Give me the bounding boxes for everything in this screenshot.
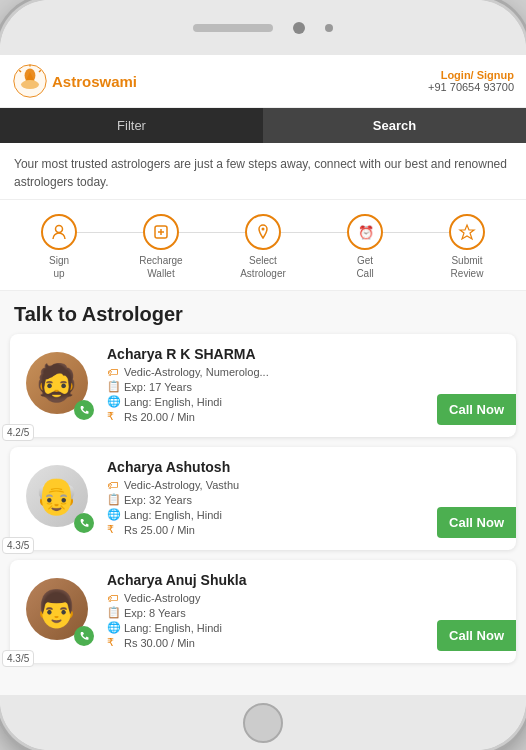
specialty-icon-1: 🏷 [107,479,119,491]
exp-row-0: 📋 Exp: 17 Years [107,380,504,393]
phone-top-bar [0,0,526,55]
rupee-icon-2: ₹ [107,636,119,649]
svg-point-11 [262,228,265,231]
logo-icon [12,63,48,99]
lang-1: Lang: English, Hindi [124,509,222,521]
price-1: Rs 25.00 / Min [124,524,195,536]
main-content: Your most trusted astrologers are just a… [0,143,526,695]
camera [293,22,305,34]
app-header: Astroswami Login/ Signup +91 70654 93700 [0,55,526,108]
lang-2: Lang: English, Hindi [124,622,222,634]
call-now-button-1[interactable]: Call Now [437,507,516,538]
step-select-label: SelectAstrologer [240,254,286,280]
call-badge-1 [74,513,94,533]
steps-row: Signup RechargeWallet SelectAstrologer [8,214,518,280]
phone-screen: Astroswami Login/ Signup +91 70654 93700… [0,55,526,695]
rating-2: 4.3/5 [2,650,34,667]
header-right: Login/ Signup +91 70654 93700 [428,69,514,93]
logo-brand: Astroswami [52,73,137,90]
call-now-button-2[interactable]: Call Now [437,620,516,651]
step-recharge: RechargeWallet [110,214,212,280]
exp-icon-2: 📋 [107,606,119,619]
astro-name-1: Acharya Ashutosh [107,459,504,475]
price-2: Rs 30.00 / Min [124,637,195,649]
login-signup-link[interactable]: Login/ Signup [428,69,514,81]
rating-1: 4.3/5 [2,537,34,554]
lang-0: Lang: English, Hindi [124,396,222,408]
rating-0: 4.2/5 [2,424,34,441]
step-signup-icon [41,214,77,250]
logo-area: Astroswami [12,63,137,99]
svg-point-3 [21,80,39,89]
step-review: SubmitReview [416,214,518,280]
lang-icon-1: 🌐 [107,508,119,521]
specialty-icon-2: 🏷 [107,592,119,604]
step-review-icon [449,214,485,250]
exp-1: Exp: 32 Years [124,494,192,506]
exp-0: Exp: 17 Years [124,381,192,393]
specialty-1: Vedic-Astrology, Vasthu [124,479,239,491]
step-select-icon [245,214,281,250]
logo-text: Astroswami [52,73,137,90]
tab-search[interactable]: Search [263,108,526,143]
exp-icon-1: 📋 [107,493,119,506]
step-recharge-icon [143,214,179,250]
rupee-icon-1: ₹ [107,523,119,536]
tab-filter[interactable]: Filter [0,108,263,143]
exp-icon-0: 📋 [107,380,119,393]
exp-2: Exp: 8 Years [124,607,186,619]
step-recharge-label: RechargeWallet [139,254,182,280]
rupee-icon-0: ₹ [107,410,119,423]
card-left-0: 🧔 4.2/5 [22,352,97,420]
lang-icon-0: 🌐 [107,395,119,408]
section-title: Talk to Astrologer [0,291,526,334]
call-badge-0 [74,400,94,420]
call-now-button-0[interactable]: Call Now [437,394,516,425]
support-phone: +91 70654 93700 [428,81,514,93]
step-signup: Signup [8,214,110,280]
specialty-row-0: 🏷 Vedic-Astrology, Numerolog... [107,366,504,378]
specialty-icon-0: 🏷 [107,366,119,378]
card-left-1: 👴 4.3/5 [22,465,97,533]
step-signup-label: Signup [49,254,69,280]
step-call: ⏰ GetCall [314,214,416,280]
avatar-2: 👨 [26,578,94,646]
astro-name-0: Acharya R K SHARMA [107,346,504,362]
svg-text:⏰: ⏰ [358,224,374,241]
astrologer-card-2: 👨 4.3/5 Acharya Anuj Shukla 🏷 Vedic- [10,560,516,663]
avatar-1: 👴 [26,465,94,533]
phone-frame: Astroswami Login/ Signup +91 70654 93700… [0,0,526,750]
avatar-0: 🧔 [26,352,94,420]
svg-point-7 [56,226,63,233]
speaker [193,24,273,32]
call-badge-2 [74,626,94,646]
specialty-row-2: 🏷 Vedic-Astrology [107,592,504,604]
price-0: Rs 20.00 / Min [124,411,195,423]
astro-name-2: Acharya Anuj Shukla [107,572,504,588]
svg-marker-13 [460,225,474,239]
step-call-label: GetCall [356,254,373,280]
home-button[interactable] [243,703,283,743]
step-call-icon: ⏰ [347,214,383,250]
exp-row-1: 📋 Exp: 32 Years [107,493,504,506]
step-review-label: SubmitReview [451,254,484,280]
card-left-2: 👨 4.3/5 [22,578,97,646]
nav-tabs: Filter Search [0,108,526,143]
exp-row-2: 📋 Exp: 8 Years [107,606,504,619]
lang-icon-2: 🌐 [107,621,119,634]
phone-bottom-bar [0,695,526,750]
astrologer-card-1: 👴 4.3/5 Acharya Ashutosh 🏷 Vedic-Ast [10,447,516,550]
promo-text: Your most trusted astrologers are just a… [0,143,526,200]
specialty-row-1: 🏷 Vedic-Astrology, Vasthu [107,479,504,491]
specialty-2: Vedic-Astrology [124,592,200,604]
astrologer-card-0: 🧔 4.2/5 Acharya R K SHARMA 🏷 Vedic-A [10,334,516,437]
specialty-0: Vedic-Astrology, Numerolog... [124,366,269,378]
step-select: SelectAstrologer [212,214,314,280]
steps-container: Signup RechargeWallet SelectAstrologer [0,200,526,291]
mic-dot [325,24,333,32]
astrologer-list: 🧔 4.2/5 Acharya R K SHARMA 🏷 Vedic-A [0,334,526,663]
